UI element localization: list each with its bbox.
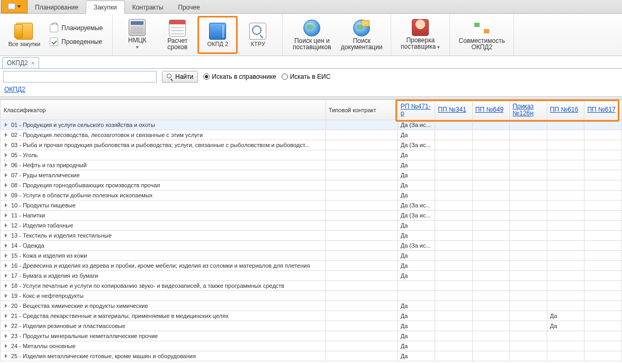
col-pp616[interactable]: ПП №616 — [547, 100, 584, 120]
tab-other[interactable]: Прочее — [170, 1, 207, 13]
expand-icon[interactable] — [3, 293, 9, 299]
table-row[interactable]: 22 - Изделия резиновые и пластмассовыеДа… — [1, 321, 622, 331]
expand-icon[interactable] — [3, 333, 9, 339]
col-order126[interactable]: Приказ №126н — [510, 100, 547, 120]
table-row[interactable]: 21 - Средства лекарственные и материалы,… — [1, 311, 622, 321]
expand-icon[interactable] — [3, 353, 9, 359]
tab-contracts[interactable]: Контракты — [125, 1, 171, 13]
cell-pp341 — [435, 241, 473, 251]
expand-icon[interactable] — [3, 223, 9, 229]
table-row[interactable]: 23 - Продукты минеральные неметаллически… — [1, 331, 622, 341]
expand-icon[interactable] — [3, 323, 9, 329]
expand-icon[interactable] — [3, 213, 9, 219]
table-row[interactable]: 10 - Продукты пищевыеДа (За ис... — [1, 201, 622, 211]
table-row[interactable]: 07 - Руды металлическиеДа — [1, 170, 622, 180]
breadcrumb-root[interactable]: ОКПД2 — [4, 86, 25, 93]
expand-icon[interactable] — [3, 172, 9, 178]
ribbon-ktru[interactable]: КТРУ — [238, 16, 278, 54]
expand-icon[interactable] — [3, 122, 9, 128]
table-row[interactable]: 06 - Нефть и газ природныйДа — [1, 160, 622, 170]
col-typical-contract[interactable]: Типовой контракт — [326, 100, 398, 120]
col-pp617[interactable]: ПП №617 — [584, 100, 622, 120]
ribbon-price-search[interactable]: Поиск цен ипоставщиков — [287, 16, 337, 54]
expand-icon[interactable] — [3, 233, 9, 239]
search-input[interactable] — [3, 71, 157, 83]
expand-icon[interactable] — [3, 273, 9, 279]
table-row[interactable]: 05 - УгольДа — [1, 150, 622, 160]
table-row[interactable]: 03 - Рыба и прочая продукция рыболовства… — [1, 140, 622, 150]
table-row[interactable]: 02 - Продукция лесоводства, лесозаготово… — [1, 130, 622, 140]
expand-icon[interactable] — [3, 303, 9, 309]
table-row[interactable]: 12 - Изделия табачныеДа — [1, 221, 622, 231]
expand-icon[interactable] — [3, 183, 9, 188]
search-button[interactable]: Найти — [162, 71, 198, 83]
ribbon-nmck[interactable]: НМЦК▾ — [117, 16, 157, 54]
cell-pp617 — [584, 351, 622, 361]
expand-icon[interactable] — [3, 132, 9, 138]
table-row[interactable]: 11 - НапиткиДа (За ис... — [1, 211, 622, 221]
tab-planning[interactable]: Планирование — [28, 1, 86, 13]
table-row[interactable]: 09 - Услуги в области добычи полезных ис… — [1, 190, 622, 201]
table-row[interactable]: 16 - Древесина и изделия из дерева и про… — [1, 261, 622, 271]
table-row[interactable]: 01 - Продукция и услуги сельского хозяйс… — [1, 120, 622, 130]
expand-icon[interactable] — [3, 203, 9, 208]
radio-icon — [203, 74, 210, 80]
table-row[interactable]: 20 - Вещества химические и продукты хими… — [1, 301, 622, 311]
ribbon-okpd2[interactable]: ОКПД 2 — [197, 16, 238, 54]
expand-icon[interactable] — [3, 283, 9, 289]
cell-rp471: Да — [398, 251, 435, 261]
cell-typical — [326, 180, 398, 190]
cell-rp471: Да — [398, 261, 435, 271]
col-classifier[interactable]: Классификатор — [1, 100, 326, 120]
expand-icon[interactable] — [3, 142, 9, 148]
ribbon-compat[interactable]: СовместимостьОКПД2 — [454, 16, 509, 54]
cell-rp471: Да — [398, 170, 435, 180]
table-row[interactable]: 19 - Кокс и нефтепродукты — [1, 291, 622, 301]
cell-order126 — [510, 321, 547, 331]
cell-pp341 — [435, 251, 473, 261]
ribbon-conducted[interactable]: Проведенные — [48, 37, 105, 47]
cell-order126 — [510, 341, 547, 351]
expand-icon[interactable] — [3, 243, 9, 249]
col-pp649[interactable]: ПП №649 — [472, 100, 510, 120]
expand-icon[interactable] — [3, 162, 9, 168]
expand-icon[interactable] — [3, 193, 9, 198]
expand-icon[interactable] — [3, 253, 9, 259]
table-row[interactable]: 13 - Текстиль и изделия текстильныеДа — [1, 231, 622, 241]
expand-icon[interactable] — [3, 263, 9, 269]
ribbon-label: Все закупки — [8, 41, 41, 47]
expand-icon[interactable] — [3, 313, 9, 319]
table-row[interactable]: 18 - Услуги печатные и услуги по копиров… — [1, 281, 622, 291]
expand-icon[interactable] — [3, 152, 9, 158]
document-tab-okpd2[interactable]: ОКПД2 × — [2, 57, 39, 68]
col-rp471[interactable]: РП №471-р — [398, 100, 435, 120]
table-row[interactable]: 24 - Металлы основныеДа — [1, 341, 622, 351]
app-menu-button[interactable] — [1, 0, 28, 13]
cell-classifier: 10 - Продукты пищевые — [1, 201, 326, 211]
cell-order126 — [510, 221, 547, 231]
table-row[interactable]: 25 - Изделия металлические готовые, кром… — [1, 351, 622, 361]
ribbon-calc-terms[interactable]: Расчетсроков — [157, 16, 197, 54]
close-icon[interactable]: × — [31, 60, 34, 66]
table-row[interactable]: 15 - Кожа и изделия из кожиДа — [1, 251, 622, 261]
radio-search-directory[interactable]: Искать в справочнике — [203, 73, 276, 80]
expand-icon[interactable] — [3, 343, 9, 349]
cell-pp617 — [584, 150, 622, 160]
cell-order126 — [510, 201, 547, 211]
ribbon-planned[interactable]: Планируемые — [48, 23, 105, 33]
table-row[interactable]: 08 - Продукция горнодобывающих производс… — [1, 180, 622, 190]
radio-search-eis[interactable]: Искать в ЕИС — [282, 73, 331, 80]
ribbon-supplier-check[interactable]: Проверкапоставщика ▾ — [395, 16, 445, 54]
cell-pp649 — [472, 301, 510, 311]
table-row[interactable]: 14 - ОдеждаДа (За ис... — [1, 241, 622, 251]
col-pp341[interactable]: ПП №341 — [435, 100, 473, 120]
table-row[interactable]: 17 - Бумага и изделия из бумагиДа — [1, 271, 622, 281]
tab-purchases[interactable]: Закупки — [86, 1, 125, 14]
cell-pp341 — [435, 201, 473, 211]
cell-classifier: 12 - Изделия табачные — [1, 221, 326, 231]
cell-pp616 — [547, 331, 584, 341]
ribbon-all-purchases[interactable]: Все закупки — [4, 16, 44, 54]
ribbon-doc-search[interactable]: Поискдокументации — [337, 16, 386, 54]
cell-pp617 — [584, 341, 622, 351]
cell-pp616 — [547, 170, 584, 180]
